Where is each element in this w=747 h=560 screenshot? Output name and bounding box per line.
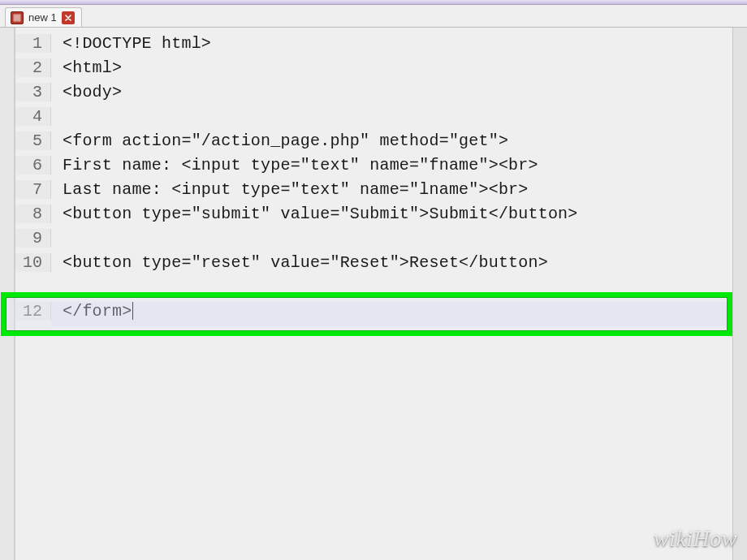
tab-bar: new 1 [0, 5, 747, 28]
line-number: 6 [15, 156, 51, 174]
code-text: </form> [51, 302, 133, 321]
code-line[interactable]: 2<html> [15, 55, 732, 80]
code-text: <form action="/action_page.php" method="… [51, 131, 508, 150]
line-number: 8 [15, 205, 51, 223]
code-line[interactable]: 1<!DOCTYPE html> [15, 31, 732, 55]
tab-new1[interactable]: new 1 [5, 7, 82, 27]
code-line[interactable]: 6First name: <input type="text" name="fn… [15, 153, 732, 177]
code-text: <body> [51, 83, 122, 101]
scrollbar-vertical[interactable] [732, 28, 747, 560]
line-number: 7 [15, 180, 51, 199]
code-text: First name: <input type="text" name="fna… [51, 156, 538, 174]
code-text: <!DOCTYPE html> [51, 34, 211, 53]
code-line[interactable]: 5<form action="/action_page.php" method=… [15, 128, 732, 153]
code-line[interactable]: 9 [15, 226, 732, 250]
code-line[interactable]: 8<button type="submit" value="Submit">Su… [15, 201, 732, 226]
code-line[interactable]: 10<button type="reset" value="Reset">Res… [15, 250, 732, 274]
line-number: 12 [15, 302, 51, 321]
code-text: <html> [51, 58, 122, 77]
close-icon[interactable] [62, 11, 75, 24]
code-text: <button type="reset" value="Reset">Reset… [51, 253, 548, 272]
code-editor[interactable]: 1<!DOCTYPE html>2<html>3<body>45<form ac… [15, 28, 732, 560]
code-line[interactable]: 12</form> [15, 299, 732, 323]
tab-label: new 1 [28, 11, 57, 24]
code-line[interactable]: 3<body> [15, 80, 732, 104]
code-line[interactable]: 4 [15, 104, 732, 128]
line-number: 5 [15, 131, 51, 150]
editor-area: 1<!DOCTYPE html>2<html>3<body>45<form ac… [0, 28, 747, 560]
code-line[interactable]: 7Last name: <input type="text" name="lna… [15, 177, 732, 201]
code-text: <button type="submit" value="Submit">Sub… [51, 205, 578, 223]
line-number: 10 [15, 253, 51, 272]
margin-strip [0, 28, 15, 560]
line-number: 4 [15, 107, 51, 126]
code-line[interactable] [15, 274, 732, 299]
text-cursor [132, 302, 133, 320]
line-number: 2 [15, 58, 51, 77]
code-text: Last name: <input type="text" name="lnam… [51, 180, 529, 199]
file-icon [11, 11, 24, 24]
line-number: 1 [15, 34, 51, 53]
line-number: 3 [15, 83, 51, 101]
line-number: 9 [15, 229, 51, 248]
